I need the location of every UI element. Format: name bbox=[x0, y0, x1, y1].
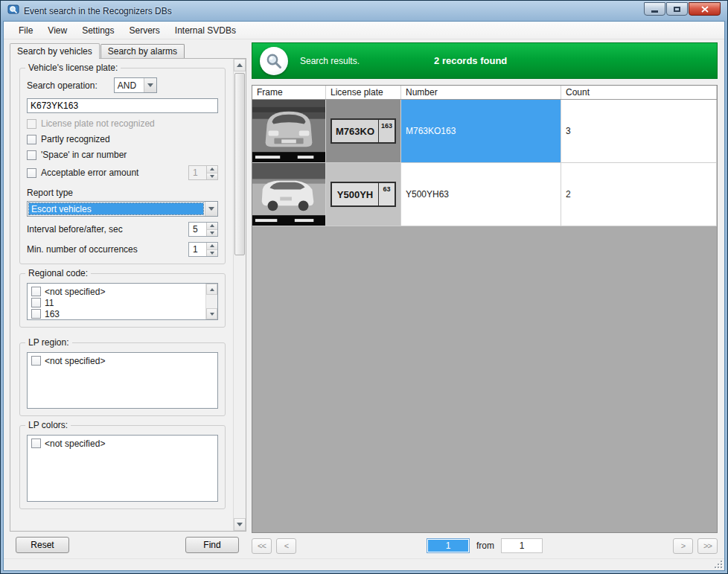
checkbox-license-plate-not-recognized[interactable]: License plate not recognized bbox=[27, 118, 218, 129]
app-icon bbox=[7, 4, 19, 18]
menu-item-settings[interactable]: Settings bbox=[74, 23, 121, 38]
checkbox-acceptable-error-amount[interactable]: Acceptable error amount 1 bbox=[27, 165, 218, 180]
maximize-button[interactable] bbox=[666, 2, 688, 16]
list-item[interactable]: <not specified> bbox=[28, 286, 217, 297]
status-bar bbox=[4, 558, 724, 570]
report-type-value: Escort vehicles bbox=[29, 203, 203, 214]
license-plate-input[interactable] bbox=[27, 98, 218, 113]
checkbox-icon[interactable] bbox=[31, 298, 41, 307]
scroll-down-button[interactable] bbox=[206, 308, 217, 319]
regional-code-scrollbar[interactable] bbox=[205, 284, 217, 319]
license-plate-image[interactable]: M763KO 163 bbox=[326, 100, 401, 162]
group-regional-code: Regional code: <not specified> 11 bbox=[19, 273, 226, 328]
list-item[interactable]: <not specified> bbox=[28, 355, 217, 366]
scroll-down-button[interactable] bbox=[234, 518, 246, 531]
column-header-license-plate[interactable]: License plate bbox=[326, 86, 401, 99]
search-operation-select[interactable]: AND bbox=[114, 77, 157, 93]
records-count: 2 records found bbox=[434, 55, 507, 66]
close-button[interactable] bbox=[689, 2, 721, 16]
search-panel: Search by vehicles Search by alarms Vehi… bbox=[4, 42, 246, 558]
scroll-up-button[interactable] bbox=[234, 59, 246, 71]
column-header-frame[interactable]: Frame bbox=[252, 86, 326, 99]
list-item[interactable]: <not specified> bbox=[28, 438, 217, 449]
tab-search-by-alarms[interactable]: Search by alarms bbox=[100, 44, 185, 58]
frame-image[interactable] bbox=[252, 100, 326, 162]
window-title: Event search in the Recognizers DBs bbox=[24, 6, 172, 16]
table-row[interactable]: M763KO 163 M763KO163 3 bbox=[252, 100, 717, 163]
frame-image[interactable] bbox=[252, 163, 326, 226]
spin-down-button[interactable] bbox=[207, 250, 217, 257]
spin-up-button[interactable] bbox=[207, 166, 217, 173]
resize-grip[interactable] bbox=[713, 559, 722, 568]
maximize-icon bbox=[674, 7, 680, 12]
column-header-number[interactable]: Number bbox=[401, 86, 561, 99]
license-plate-image[interactable]: Y500YH 63 bbox=[326, 163, 401, 226]
spin-down-button[interactable] bbox=[207, 173, 217, 180]
minimize-button[interactable] bbox=[644, 2, 665, 16]
search-operation-value: AND bbox=[115, 78, 144, 92]
banner-text: Search results. bbox=[300, 56, 360, 66]
list-item[interactable]: 163 bbox=[28, 308, 217, 319]
checkbox-icon[interactable] bbox=[27, 150, 36, 160]
interval-spinner[interactable]: 5 bbox=[188, 222, 218, 237]
spinner-value: 1 bbox=[189, 166, 206, 179]
minimize-icon bbox=[651, 10, 658, 13]
tab-search-by-vehicles[interactable]: Search by vehicles bbox=[10, 43, 100, 59]
reset-button[interactable]: Reset bbox=[16, 537, 69, 553]
spin-up-button[interactable] bbox=[207, 223, 217, 230]
scrollbar-thumb[interactable] bbox=[234, 73, 245, 255]
vehicle-photo bbox=[252, 163, 325, 226]
scroll-up-button[interactable] bbox=[206, 284, 217, 295]
scrollbar-track[interactable] bbox=[234, 71, 246, 518]
column-header-count[interactable]: Count bbox=[561, 86, 717, 99]
checkbox-icon[interactable] bbox=[31, 287, 41, 296]
checkbox-icon[interactable] bbox=[27, 168, 36, 178]
checkbox-icon[interactable] bbox=[31, 356, 41, 366]
group-title: LP colors: bbox=[25, 420, 71, 430]
page-input[interactable]: 1 bbox=[427, 538, 470, 553]
count-cell[interactable]: 2 bbox=[561, 163, 717, 226]
checkbox-icon[interactable] bbox=[31, 309, 41, 319]
results-banner: Search results. 2 records found bbox=[252, 42, 718, 79]
table-row[interactable]: Y500YH 63 Y500YH63 2 bbox=[252, 163, 717, 226]
number-cell[interactable]: Y500YH63 bbox=[401, 163, 561, 226]
checkbox-partly-recognized[interactable]: Partly recognized bbox=[27, 134, 218, 144]
interval-label: Interval before/after, sec bbox=[27, 224, 123, 235]
count-cell[interactable]: 3 bbox=[561, 100, 717, 162]
error-amount-spinner[interactable]: 1 bbox=[188, 165, 218, 180]
spin-up-button[interactable] bbox=[207, 243, 217, 250]
spin-down-button[interactable] bbox=[207, 230, 217, 237]
checkbox-icon[interactable] bbox=[27, 135, 36, 144]
search-operation-label: Search operation: bbox=[27, 80, 98, 91]
menu-item-file[interactable]: File bbox=[11, 23, 40, 38]
regional-code-list[interactable]: <not specified> 11 163 bbox=[27, 283, 218, 320]
min-occurrences-label: Min. number of occurrences bbox=[27, 244, 138, 255]
title-bar[interactable]: Event search in the Recognizers DBs bbox=[3, 1, 725, 21]
lp-region-list[interactable]: <not specified> bbox=[27, 352, 218, 409]
menu-item-servers[interactable]: Servers bbox=[122, 23, 167, 38]
group-vehicle-license-plate: Vehicle's license plate: Search operatio… bbox=[19, 68, 226, 264]
table-header: Frame License plate Number Count bbox=[252, 86, 717, 100]
spinner-value: 5 bbox=[189, 223, 206, 236]
checkbox-icon[interactable] bbox=[27, 119, 36, 129]
list-item[interactable]: 11 bbox=[28, 297, 217, 308]
checkbox-space-in-car-number[interactable]: 'Space' in car number bbox=[27, 150, 218, 160]
find-button[interactable]: Find bbox=[185, 537, 239, 553]
group-lp-region: LP region: <not specified> bbox=[19, 342, 226, 416]
first-page-button[interactable]: << bbox=[252, 538, 272, 554]
last-page-button[interactable]: >> bbox=[697, 538, 718, 554]
checkbox-icon[interactable] bbox=[31, 439, 41, 448]
plate-text: M763KO bbox=[332, 120, 378, 142]
lp-colors-list[interactable]: <not specified> bbox=[27, 435, 218, 502]
left-panel-scrollbar[interactable] bbox=[233, 59, 246, 531]
group-title: LP region: bbox=[25, 337, 72, 348]
number-cell[interactable]: M763KO163 bbox=[401, 100, 561, 162]
menu-item-view[interactable]: View bbox=[40, 23, 74, 38]
min-occurrences-spinner[interactable]: 1 bbox=[188, 242, 218, 257]
prev-page-button[interactable]: < bbox=[276, 538, 296, 554]
chevron-down-icon[interactable] bbox=[144, 78, 156, 92]
menu-item-internal-svdbs[interactable]: Internal SVDBs bbox=[167, 23, 243, 38]
next-page-button[interactable]: > bbox=[673, 538, 693, 554]
chevron-down-icon[interactable] bbox=[205, 202, 217, 216]
report-type-select[interactable]: Escort vehicles bbox=[27, 201, 218, 217]
